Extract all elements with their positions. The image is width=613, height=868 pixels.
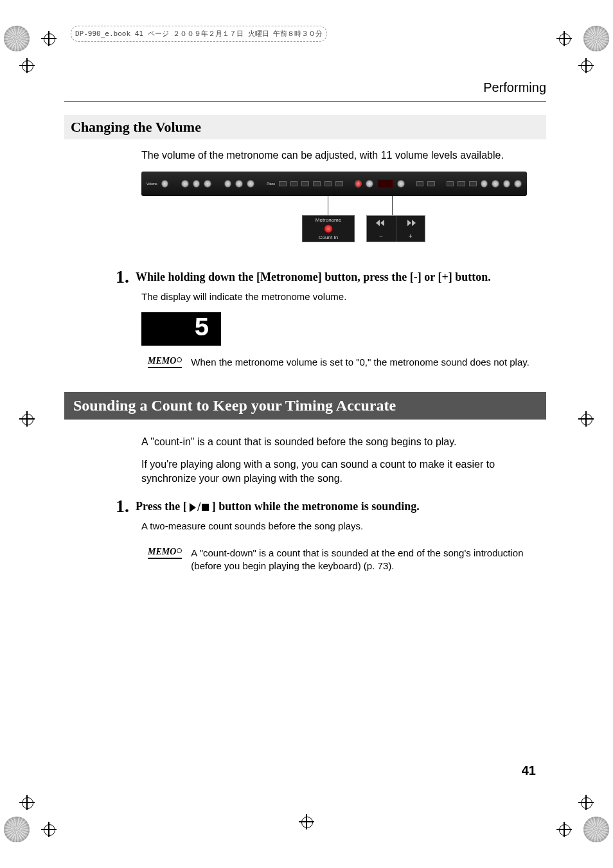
step-body: The display will indicate the metronome … xyxy=(141,291,546,302)
callout-label: Count In xyxy=(319,235,338,240)
subheading-count: Sounding a Count to Keep your Timing Acc… xyxy=(64,392,546,420)
count-paragraph-2: If you're playing along with a song, you… xyxy=(141,457,533,485)
step-head-pre: Press the [ xyxy=(136,500,187,513)
registration-mark xyxy=(578,411,594,427)
registration-mark xyxy=(578,58,594,73)
plus-label: + xyxy=(409,233,413,240)
memo-1: MEMO When the metronome volume is set to… xyxy=(148,356,546,369)
running-head: Performing xyxy=(64,80,546,95)
registration-mark xyxy=(578,795,594,810)
registration-mark xyxy=(19,795,35,810)
panel-diagram: Volume Piano Metronome xyxy=(141,172,527,249)
memo-2: MEMO A "count-down" is a count that is s… xyxy=(148,547,546,573)
step-heading: While holding down the [Metronome] butto… xyxy=(136,270,491,284)
crop-dial-bl xyxy=(4,817,30,842)
registration-mark xyxy=(19,411,35,427)
memo-text: When the metronome volume is set to "0,"… xyxy=(191,356,529,369)
registration-mark xyxy=(41,31,57,46)
memo-icon: MEMO xyxy=(148,356,182,368)
callout-plus-minus: − + xyxy=(366,215,425,242)
lcd-display-value: 5 xyxy=(141,312,221,346)
registration-mark xyxy=(19,58,35,73)
count-paragraph-1: A "count-in" is a count that is sounded … xyxy=(141,435,533,449)
step-number: 1. xyxy=(116,497,129,515)
memo-text: A "count-down" is a count that is sounde… xyxy=(191,547,538,573)
registration-mark xyxy=(556,31,572,46)
step-heading: Press the [ / ] button while the metrono… xyxy=(136,500,420,514)
step-body: A two-measure count sounds before the so… xyxy=(141,520,546,531)
play-stop-icon: / xyxy=(190,500,209,514)
minus-label: − xyxy=(379,233,383,240)
callout-metronome: Metronome Count In xyxy=(302,215,355,242)
step-1-count: 1. Press the [ / ] button while the metr… xyxy=(116,497,546,515)
step-1-volume: 1. While holding down the [Metronome] bu… xyxy=(116,268,546,286)
callout-label: Metronome xyxy=(315,217,341,223)
registration-mark xyxy=(41,822,57,837)
page-number: 41 xyxy=(522,763,536,778)
registration-mark xyxy=(556,822,572,837)
piano-panel-strip: Volume Piano xyxy=(141,172,527,196)
step-head-post: ] button while the metronome is sounding… xyxy=(212,500,420,513)
crop-dial-tr xyxy=(583,26,609,51)
memo-icon: MEMO xyxy=(148,547,182,559)
subheading-volume: Changing the Volume xyxy=(64,115,546,139)
section-rule xyxy=(64,102,546,102)
metronome-led-icon xyxy=(324,224,333,233)
body-intro-volume: The volume of the metronome can be adjus… xyxy=(141,148,533,163)
header-slug-text: DP-990_e.book 41 ページ ２００９年２月１７日 火曜日 午前８時… xyxy=(75,30,323,38)
crop-dial-tl xyxy=(4,26,30,51)
step-number: 1. xyxy=(116,268,129,286)
print-header-slug: DP-990_e.book 41 ページ ２００９年２月１７日 火曜日 午前８時… xyxy=(71,26,327,42)
crop-dial-br xyxy=(583,817,609,842)
registration-mark xyxy=(299,814,314,829)
